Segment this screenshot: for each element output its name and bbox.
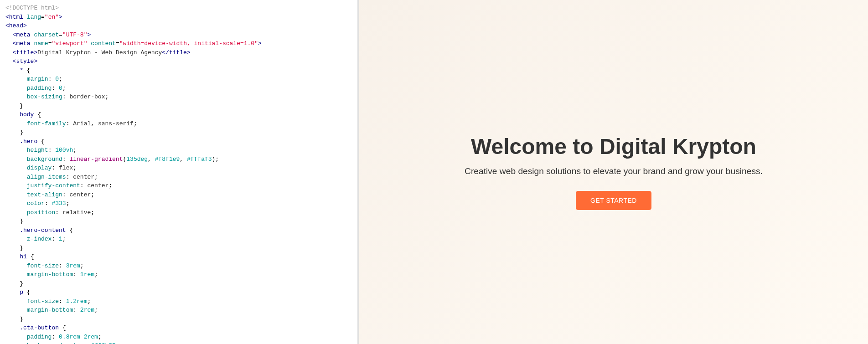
- hero-heading: Welcome to Digital Krypton: [465, 134, 763, 159]
- preview-panel: Welcome to Digital Krypton Creative web …: [359, 0, 868, 344]
- hero-content: Welcome to Digital Krypton Creative web …: [465, 134, 763, 210]
- cta-button[interactable]: GET STARTED: [576, 191, 651, 210]
- hero-paragraph: Creative web design solutions to elevate…: [465, 166, 763, 176]
- code-editor-panel[interactable]: <!DOCTYPE html> <html lang="en"> <head> …: [0, 0, 357, 344]
